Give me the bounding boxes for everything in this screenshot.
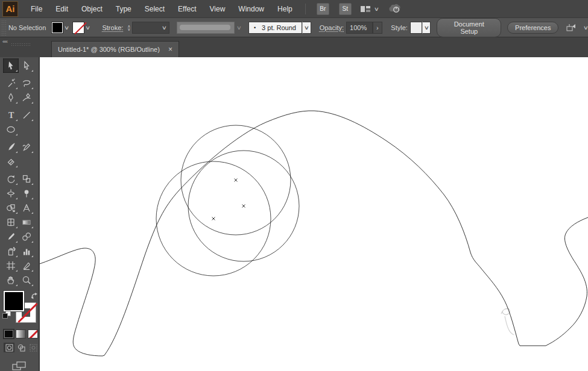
eyedropper-tool[interactable] — [3, 229, 19, 244]
mesh-tool[interactable] — [3, 215, 19, 229]
style-chevron-icon: ∨ — [423, 25, 429, 31]
document-tab[interactable]: Untitled-1* @ 300% (RGB/Outline) × — [51, 41, 179, 57]
tab-close-icon[interactable]: × — [168, 45, 172, 54]
style-chevron-button[interactable]: ∨ — [422, 22, 431, 34]
flyout-triangle-icon — [16, 119, 17, 121]
slice-tool[interactable] — [19, 258, 34, 273]
line-segment-tool[interactable] — [19, 108, 34, 122]
scale-tool[interactable] — [19, 172, 34, 186]
stroke-weight-dropdown[interactable]: ∨ — [132, 22, 169, 34]
style-label: Style: — [391, 24, 408, 31]
paintbrush-tool[interactable] — [3, 140, 19, 154]
artboard-canvas[interactable] — [40, 57, 588, 371]
flyout-triangle-icon — [16, 241, 17, 243]
control-panel-options-icon[interactable] — [566, 23, 578, 33]
selection-status: No Selection — [8, 24, 51, 31]
fill-indicator-swatch[interactable] — [4, 291, 24, 311]
direct-selection-tool[interactable] — [19, 58, 34, 73]
preferences-button[interactable]: Preferences — [507, 22, 558, 34]
flyout-triangle-icon — [16, 255, 17, 257]
stroke-weight-stepper[interactable]: ∧ ∨ — [127, 25, 130, 31]
puppet-warp-tool[interactable] — [19, 186, 34, 201]
style-swatch[interactable] — [410, 22, 422, 34]
document-tab-title: Untitled-1* @ 300% (RGB/Outline) — [58, 46, 160, 53]
column-graph-tool[interactable] — [19, 244, 34, 258]
zoom-tool-icon — [22, 275, 31, 285]
default-fill-stroke-icon[interactable] — [2, 311, 11, 319]
rotate-tool[interactable] — [3, 172, 19, 186]
hand-tool-icon — [6, 275, 16, 285]
color-button[interactable] — [4, 329, 14, 338]
ghost-squiggle-path — [501, 308, 514, 335]
flyout-triangle-icon — [31, 87, 33, 89]
magic-wand-tool-icon — [6, 78, 16, 88]
menu-item-object[interactable]: Object — [75, 0, 109, 18]
stock-button[interactable]: St — [339, 3, 352, 15]
width-tool[interactable] — [3, 186, 19, 201]
options-chevron-icon[interactable]: ∨ — [583, 25, 588, 31]
ellipse-tool[interactable] — [3, 122, 19, 137]
zoom-tool[interactable] — [19, 273, 34, 287]
flyout-triangle-icon — [16, 212, 17, 214]
none-button[interactable] — [28, 329, 38, 338]
stroke-weight-label[interactable]: Stroke: — [102, 24, 123, 31]
menu-item-file[interactable]: File — [24, 0, 49, 18]
shape-builder-tool[interactable] — [3, 201, 19, 215]
flyout-triangle-icon — [31, 241, 33, 243]
selection-tool[interactable] — [3, 58, 19, 73]
artboard-tool[interactable] — [3, 258, 19, 273]
tab-bar: «« Untitled-1* @ 300% (RGB/Outline) × — [0, 37, 588, 57]
opacity-label[interactable]: Opacity: — [320, 24, 344, 31]
stroke-chevron-icon[interactable]: ∨ — [83, 25, 96, 31]
tool-grid: T — [3, 58, 37, 287]
opacity-field[interactable]: 100% — [346, 22, 373, 34]
draw-normal-icon[interactable] — [4, 343, 14, 352]
perspective-grid-tool[interactable] — [19, 201, 34, 215]
gradient-button[interactable] — [16, 329, 26, 338]
scale-tool-icon — [22, 174, 31, 184]
lasso-tool[interactable] — [19, 76, 34, 90]
brush-chevron-button[interactable]: ∨ — [302, 22, 311, 34]
blend-tool[interactable] — [19, 229, 34, 244]
gradient-tool[interactable] — [19, 215, 34, 229]
menu-item-edit[interactable]: Edit — [49, 0, 75, 18]
collapse-panel-icon[interactable]: «« — [2, 39, 7, 45]
brush-definition-dropdown[interactable]: • 3 pt. Round — [248, 22, 302, 34]
workspace: T — [0, 57, 588, 371]
control-bar: No Selection ∨ ∨ Stroke: ∧ ∨ ∨ ∨ • 3 pt.… — [0, 18, 588, 37]
control-bar-grip[interactable] — [1, 20, 6, 36]
menu-item-select[interactable]: Select — [138, 0, 171, 18]
pen-tool[interactable] — [3, 90, 19, 105]
flyout-triangle-icon — [31, 270, 33, 272]
menu-item-window[interactable]: Window — [232, 0, 271, 18]
main-menu: FileEditObjectTypeSelectEffectViewWindow… — [24, 0, 299, 18]
type-tool[interactable]: T — [3, 108, 19, 122]
draw-behind-icon[interactable] — [16, 343, 27, 352]
curvature-tool[interactable] — [19, 90, 34, 105]
flyout-triangle-icon — [16, 151, 17, 153]
stroke-weight-chevron-icon[interactable]: ∨ — [162, 25, 167, 31]
brush-chevron-icon: ∨ — [304, 25, 309, 31]
workspace-chevron-icon[interactable]: ∨ — [373, 6, 379, 12]
toolbar-grip[interactable] — [11, 43, 31, 46]
symbol-sprayer-tool[interactable] — [3, 244, 19, 258]
opacity-panel-arrow[interactable]: › — [373, 22, 383, 34]
magic-wand-tool[interactable] — [3, 76, 19, 90]
sync-status-icon[interactable] — [388, 4, 401, 14]
menu-item-type[interactable]: Type — [109, 0, 138, 18]
menu-item-effect[interactable]: Effect — [171, 0, 203, 18]
eraser-tool[interactable] — [3, 154, 19, 169]
tools-panel: T — [0, 57, 40, 371]
swap-fill-stroke-icon[interactable] — [31, 291, 39, 302]
document-setup-button[interactable]: Document Setup — [437, 18, 501, 37]
screen-mode-icon[interactable] — [12, 361, 39, 371]
menu-item-help[interactable]: Help — [271, 0, 299, 18]
menu-item-view[interactable]: View — [203, 0, 232, 18]
hand-tool[interactable] — [3, 273, 19, 287]
stepper-down-icon[interactable]: ∨ — [127, 28, 130, 31]
shaper-tool[interactable] — [19, 140, 34, 154]
bridge-button[interactable]: Br — [317, 3, 329, 15]
circle-center-mark — [242, 205, 245, 208]
workspace-switcher-icon[interactable] — [360, 5, 371, 13]
artwork-outline-svg — [40, 57, 588, 371]
